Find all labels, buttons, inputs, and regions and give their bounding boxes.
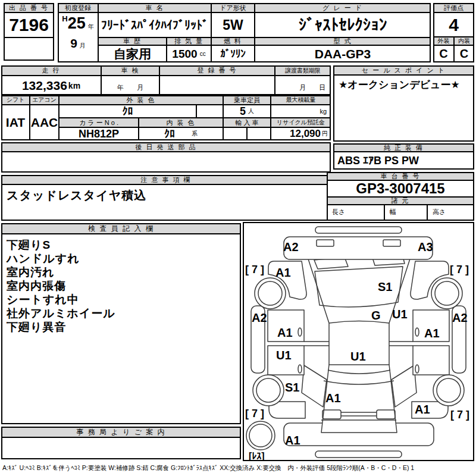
- car-name-header: 車 名: [98, 3, 211, 12]
- first-reg-month-unit: 月: [80, 42, 86, 49]
- int-color-suffix: 系: [192, 130, 198, 138]
- front-bumper: [284, 237, 433, 259]
- damage-label: A1: [285, 434, 300, 447]
- inspector-note-item: 下廻り異音: [7, 320, 66, 334]
- inspector-note-item: ハンドルすれ: [7, 252, 80, 265]
- tire-depth-label: [ 7 ]: [245, 408, 264, 419]
- recycle-header: リサイクル預託金: [271, 118, 331, 127]
- first-reg-era: H: [62, 14, 67, 23]
- car-diagram-svg: A2 A3 [ 7 ] [ 7 ] A1 S1 A2 A2 G U1 A1 A1…: [244, 223, 473, 460]
- transfer-header: 譲渡書類期限: [275, 65, 331, 76]
- wheel-front-left: [255, 278, 286, 309]
- mileage-number: 132,336: [22, 79, 67, 93]
- damage-label: A2: [452, 311, 468, 324]
- color-no-value: NH812P: [59, 127, 139, 140]
- spec-height-label: 高さ: [433, 208, 446, 217]
- aircon-header: エアコン: [30, 95, 59, 105]
- office-header: 事 務 局 よ り ご 案 内: [1, 427, 241, 437]
- damage-label: U1: [392, 308, 408, 321]
- tire-depth-label: [ 7 ]: [245, 264, 264, 275]
- import-value-right: [247, 127, 271, 140]
- capacity-value: 5人: [223, 105, 271, 118]
- inspector-note-item: 社外アルミホイール: [7, 306, 115, 320]
- spec-height-cell: 高さ: [427, 205, 474, 221]
- mileage-value: 132,336km: [1, 76, 101, 95]
- capacity-number: 5: [240, 105, 246, 118]
- damage-label: A1: [424, 327, 440, 340]
- tire-depth-label: [ 7 ]: [450, 264, 469, 275]
- first-reg-year: 25: [68, 14, 86, 32]
- damage-label: A2: [283, 240, 299, 253]
- shift-value: IAT: [1, 105, 30, 140]
- displacement-number: 1500: [172, 48, 197, 61]
- damage-label: G: [371, 309, 381, 322]
- exterior-grade: C: [433, 45, 454, 62]
- auction-no-value: 7196: [4, 12, 54, 37]
- office-value: [1, 437, 241, 459]
- inspector-note-item: 下廻りS: [7, 238, 51, 252]
- damage-label: A3: [418, 240, 433, 253]
- damage-label: A1: [415, 403, 430, 416]
- score-value: 4: [433, 12, 474, 37]
- later-parts-value: [1, 152, 331, 173]
- ext-color-value: ｸﾛ: [59, 105, 196, 118]
- first-reg-year-unit: 年: [88, 23, 94, 30]
- car-name-value: ﾌﾘｰﾄﾞｽﾊﾟｲｸﾊｲﾌﾞﾘｯﾄﾞ: [98, 12, 211, 37]
- spec-length-cell: 長さ: [327, 205, 384, 221]
- shaken-value: 年 月: [101, 76, 159, 95]
- first-reg-month: 9: [70, 36, 77, 50]
- spec-width-label: 幅: [390, 208, 396, 217]
- damage-label: A1: [325, 392, 341, 405]
- import-header: 輸 入 車: [223, 118, 271, 127]
- recycle-unit: 円: [322, 130, 328, 138]
- interior-grade: C: [454, 45, 474, 62]
- sales-point-header: セ ー ル ス ポ イ ン ト: [333, 65, 474, 75]
- wheel-rear-right: [433, 375, 464, 406]
- door-value: 5W: [211, 12, 255, 37]
- auction-sheet: 出 品 番 号 7196 初度登録 H25年 9月 車 名 ﾌﾘｰﾄﾞｽﾊﾟｲｸ…: [0, 0, 476, 476]
- spare-tire: [246, 421, 275, 450]
- reg-no-value: [159, 76, 275, 95]
- mileage-unit: km: [68, 81, 80, 90]
- auction-no-header: 出 品 番 号: [4, 3, 54, 12]
- damage-label: A1: [277, 326, 293, 339]
- damage-label: A1: [275, 266, 291, 279]
- sales-point-value: ★オークションデビュー★: [333, 75, 474, 142]
- rear-bottom-strip: [315, 451, 402, 458]
- caution-header: 注 意 事 項 欄: [1, 175, 331, 184]
- import-value-left: [223, 127, 247, 140]
- damage-label: S1: [285, 381, 299, 394]
- inspector-header: 検 査 員 記 入 欄: [1, 223, 241, 234]
- tire-depth-label: [ 7 ]: [450, 409, 469, 421]
- damage-label: U1: [350, 350, 366, 363]
- inspector-note-item: 室内内張傷: [7, 279, 66, 293]
- auction-no-empty-cell: [4, 37, 54, 61]
- int-color-name: ｸﾛ: [164, 128, 175, 140]
- ext-color-header: 外 装 色: [59, 95, 223, 105]
- equipment-value: ABS ｴｱB PS PW: [333, 152, 474, 170]
- transfer-value: 月 日: [275, 76, 331, 95]
- first-reg-cell: H25年 9月: [58, 12, 98, 62]
- fuel-header: 燃 料: [211, 37, 255, 45]
- displacement-unit: cc: [200, 51, 206, 57]
- max-load-header: 最大積載量: [271, 95, 331, 105]
- int-color-header: 内 装 色: [139, 118, 223, 127]
- spare-tire-label: [ﾚｽ]: [249, 451, 265, 460]
- inspector-note-item: 室内汚れ: [7, 265, 54, 279]
- history-value: 自家用: [98, 45, 167, 62]
- door-header: ドア形状: [211, 3, 255, 12]
- grade-header: グ レ ー ド: [255, 3, 431, 12]
- exterior-header: 外装: [433, 37, 454, 45]
- capacity-unit: 人: [248, 107, 254, 115]
- score-header: 評価点: [433, 3, 474, 12]
- chassis-value: GP3-3007415: [327, 180, 474, 197]
- shift-header: シフト: [1, 95, 30, 105]
- displacement-value: 1500cc: [167, 45, 211, 62]
- front-top-strip: [315, 227, 402, 233]
- recycle-amount: 12,090: [290, 128, 321, 140]
- inspector-notes: 下廻りS ハンドルすれ 室内汚れ 室内内張傷 シートすれ中 社外アルミホイール …: [1, 234, 241, 424]
- damage-label: A2: [252, 311, 267, 324]
- color-no-header: カ ラ ー N o .: [59, 118, 139, 127]
- inspector-note-item: シートすれ中: [7, 293, 79, 306]
- chassis-header: 車 台 番 号: [327, 172, 474, 180]
